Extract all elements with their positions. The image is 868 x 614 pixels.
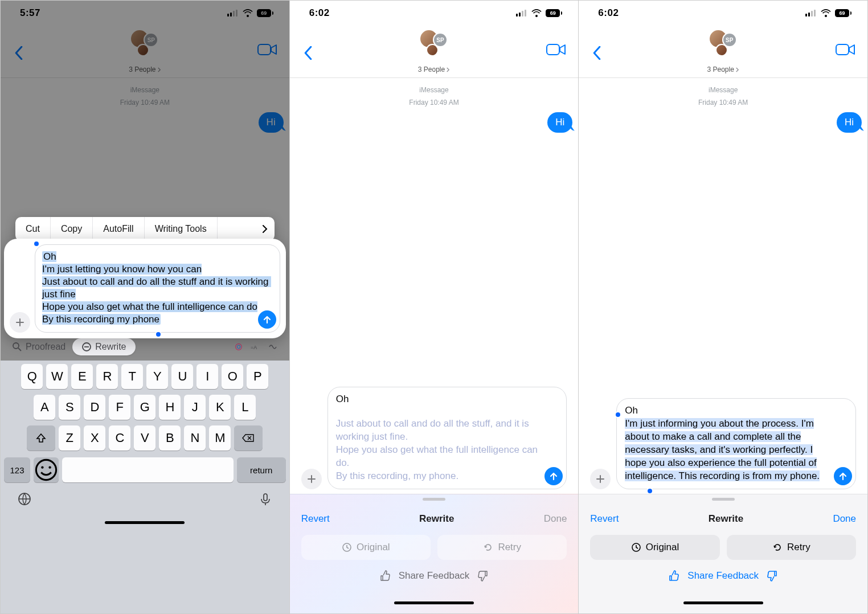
original-button[interactable]: Original: [590, 535, 719, 560]
home-indicator[interactable]: [683, 601, 763, 604]
menu-copy[interactable]: Copy: [51, 217, 93, 241]
revert-button[interactable]: Revert: [590, 513, 619, 525]
back-button[interactable]: [7, 42, 30, 64]
drag-handle[interactable]: [712, 498, 735, 501]
share-feedback[interactable]: Share Feedback: [301, 570, 567, 582]
key-c[interactable]: C: [109, 425, 130, 451]
selected-text: I'm just informing you about the process…: [625, 418, 820, 481]
script-icon[interactable]: [268, 342, 278, 352]
key-y[interactable]: Y: [146, 364, 168, 389]
key-b[interactable]: B: [159, 425, 181, 451]
dictation-icon[interactable]: [259, 492, 272, 508]
key-d[interactable]: D: [84, 395, 105, 420]
key-j[interactable]: J: [184, 395, 206, 420]
selection-handle-start[interactable]: [33, 240, 40, 247]
key-u[interactable]: U: [171, 364, 193, 389]
key-o[interactable]: O: [222, 364, 243, 389]
original-button[interactable]: Original: [301, 535, 431, 560]
service-label: iMessage: [584, 86, 862, 94]
key-q[interactable]: Q: [21, 364, 43, 389]
thumbs-down-icon: [477, 570, 489, 582]
group-name[interactable]: 3 People: [129, 66, 161, 73]
key-n[interactable]: N: [184, 425, 206, 451]
send-button[interactable]: [258, 310, 276, 329]
key-i[interactable]: I: [196, 364, 218, 389]
key-f[interactable]: F: [109, 395, 130, 420]
menu-writing-tools[interactable]: Writing Tools: [145, 217, 218, 241]
svg-point-1: [13, 343, 19, 349]
compose-row: Oh Just about to call and do all the stu…: [296, 387, 573, 494]
selection-handle-start[interactable]: [615, 411, 621, 418]
key-shift[interactable]: [27, 425, 55, 451]
globe-icon[interactable]: [18, 492, 31, 508]
status-bar: 6:02 69: [290, 1, 579, 26]
add-attachment-button[interactable]: [590, 469, 611, 489]
key-k[interactable]: K: [209, 395, 231, 420]
screen-1: 5:57 69 SP 3 People: [1, 1, 290, 613]
drag-handle[interactable]: [423, 498, 445, 501]
cellular-icon: [516, 10, 527, 17]
revert-button[interactable]: Revert: [301, 513, 330, 525]
format-icon[interactable]: =A: [251, 342, 261, 352]
key-numbers[interactable]: 123: [4, 457, 30, 482]
done-button[interactable]: Done: [544, 513, 567, 525]
facetime-button[interactable]: [836, 42, 858, 60]
key-m[interactable]: M: [209, 425, 231, 451]
message-input[interactable]: Oh Just about to call and do all the stu…: [327, 387, 567, 489]
conversation-area: iMessage Friday 10:49 AM Hi Oh Just abou…: [290, 78, 579, 494]
retry-button[interactable]: Retry: [437, 535, 567, 560]
group-name[interactable]: 3 People: [707, 66, 739, 73]
back-button[interactable]: [586, 42, 608, 64]
key-r[interactable]: R: [96, 364, 118, 389]
done-button[interactable]: Done: [833, 513, 856, 525]
add-attachment-button[interactable]: [10, 312, 30, 333]
status-bar: 5:57 69: [1, 1, 289, 26]
group-avatar[interactable]: SP 3 People: [416, 29, 452, 73]
message-input[interactable]: Oh I'm just letting you know how you can…: [35, 244, 280, 333]
key-s[interactable]: S: [59, 395, 80, 420]
key-e[interactable]: E: [71, 364, 93, 389]
timestamp-label: Friday 10:49 AM: [584, 99, 862, 107]
menu-more-icon[interactable]: [255, 225, 275, 233]
rewrite-title: Rewrite: [709, 513, 743, 525]
menu-cut[interactable]: Cut: [15, 217, 51, 241]
key-return[interactable]: return: [237, 457, 286, 482]
key-x[interactable]: X: [84, 425, 105, 451]
home-indicator[interactable]: [105, 521, 185, 524]
group-avatar[interactable]: SP 3 People: [126, 29, 163, 73]
key-l[interactable]: L: [234, 395, 256, 420]
retry-button[interactable]: Retry: [727, 535, 856, 560]
status-time: 6:02: [309, 7, 330, 19]
share-feedback[interactable]: Share Feedback: [590, 570, 856, 582]
key-a[interactable]: A: [34, 395, 55, 420]
message-input[interactable]: Oh I'm just informing you about the proc…: [616, 398, 856, 489]
key-v[interactable]: V: [134, 425, 155, 451]
facetime-button[interactable]: [546, 42, 569, 60]
key-delete[interactable]: [234, 425, 263, 451]
key-h[interactable]: H: [159, 395, 181, 420]
key-p[interactable]: P: [247, 364, 268, 389]
proofread-button[interactable]: Proofread: [12, 342, 65, 352]
timestamp-label: Friday 10:49 AM: [296, 99, 573, 107]
send-button[interactable]: [544, 467, 563, 485]
status-icons: 69: [227, 9, 273, 17]
key-w[interactable]: W: [46, 364, 68, 389]
back-button[interactable]: [297, 42, 320, 64]
facetime-button[interactable]: [257, 42, 280, 60]
svg-rect-13: [836, 44, 849, 55]
menu-autofill[interactable]: AutoFill: [93, 217, 144, 241]
selection-handle-end[interactable]: [155, 331, 162, 338]
rewrite-button[interactable]: Rewrite: [72, 338, 135, 355]
key-emoji[interactable]: [34, 457, 59, 482]
group-avatar[interactable]: SP 3 People: [705, 29, 742, 73]
ai-icon[interactable]: [234, 342, 244, 352]
key-z[interactable]: Z: [59, 425, 80, 451]
home-indicator[interactable]: [394, 601, 474, 604]
key-space[interactable]: [62, 457, 234, 482]
key-t[interactable]: T: [121, 364, 143, 389]
group-name[interactable]: 3 People: [418, 66, 450, 73]
send-button[interactable]: [834, 467, 852, 485]
add-attachment-button[interactable]: [301, 469, 322, 489]
message-bubble-out: Hi: [837, 112, 862, 133]
key-g[interactable]: G: [134, 395, 155, 420]
